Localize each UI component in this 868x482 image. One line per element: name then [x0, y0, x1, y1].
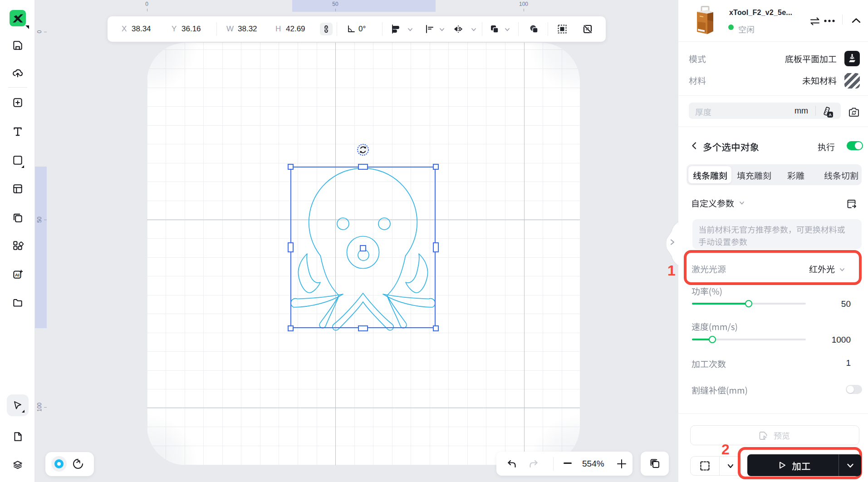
svg-text:AI: AI [15, 272, 20, 277]
svg-text:A: A [829, 113, 831, 117]
